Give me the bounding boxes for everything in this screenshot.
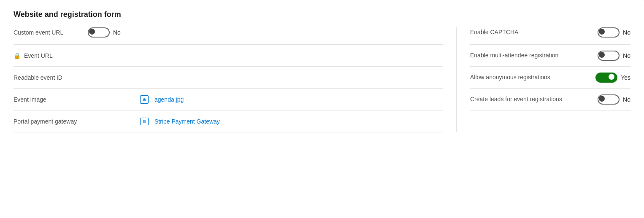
website-registration-card: Website and registration form Custom eve…	[0, 0, 644, 218]
left-column: Custom event URL No 🔒 Event URL	[14, 27, 457, 132]
custom-event-url-label: Custom event URL	[14, 29, 81, 36]
create-leads-toggle[interactable]	[598, 94, 620, 105]
enable-captcha-label: Enable CAPTCHA	[470, 28, 518, 37]
portal-payment-gateway-row: Portal payment gateway ⊟ Stripe Payment …	[14, 110, 443, 132]
gateway-icon: ⊟	[140, 118, 149, 125]
enable-multi-toggle[interactable]	[598, 51, 620, 61]
toggle-thumb	[599, 96, 605, 102]
event-image-label: Event image	[14, 96, 140, 103]
toggle-thumb	[609, 74, 614, 80]
event-image-value: ⊞ agenda.jpg	[140, 95, 443, 104]
custom-event-url-toggle-wrapper: No	[88, 27, 121, 38]
portal-payment-gateway-value: ⊟ Stripe Payment Gateway	[140, 118, 443, 125]
event-image-row: Event image ⊞ agenda.jpg	[14, 89, 443, 110]
enable-captcha-value: No	[623, 29, 630, 36]
create-leads-control: No	[598, 94, 630, 105]
columns-layout: Custom event URL No 🔒 Event URL	[14, 27, 630, 132]
readable-event-id-label: Readable event ID	[14, 74, 140, 81]
portal-payment-gateway-label: Portal payment gateway	[14, 118, 140, 125]
toggle-thumb	[599, 29, 605, 35]
enable-multi-control: No	[598, 51, 630, 61]
toggle-thumb	[599, 52, 605, 58]
custom-event-url-value: No	[113, 29, 121, 36]
allow-anonymous-toggle[interactable]	[595, 73, 617, 83]
card-title: Website and registration form	[14, 10, 630, 19]
right-column: Enable CAPTCHA No Enable multi-attendee …	[457, 27, 630, 132]
enable-multi-row: Enable multi-attendee registration No	[470, 45, 630, 67]
create-leads-label: Create leads for event registrations	[470, 95, 562, 104]
payment-gateway-link[interactable]: ⊟ Stripe Payment Gateway	[140, 118, 443, 125]
custom-event-url-toggle[interactable]	[88, 27, 110, 38]
custom-event-url-row: Custom event URL No	[14, 27, 443, 38]
allow-anonymous-row: Allow anonymous registrations Yes	[470, 67, 630, 89]
image-icon: ⊞	[140, 95, 149, 104]
event-url-label: 🔒 Event URL	[14, 52, 140, 59]
enable-captcha-row: Enable CAPTCHA No	[470, 27, 630, 44]
event-image-link[interactable]: ⊞ agenda.jpg	[140, 95, 443, 104]
enable-captcha-toggle[interactable]	[598, 27, 620, 38]
event-url-row: 🔒 Event URL	[14, 45, 443, 67]
enable-captcha-control: No	[598, 27, 630, 38]
allow-anonymous-value: Yes	[621, 74, 630, 81]
create-leads-row: Create leads for event registrations No	[470, 89, 630, 110]
create-leads-value: No	[623, 96, 630, 103]
allow-anonymous-label: Allow anonymous registrations	[470, 73, 550, 82]
readable-event-id-row: Readable event ID	[14, 67, 443, 89]
allow-anonymous-control: Yes	[595, 73, 630, 83]
lock-icon: 🔒	[14, 52, 21, 59]
enable-multi-value: No	[623, 52, 630, 59]
toggle-thumb	[89, 29, 95, 35]
enable-multi-label: Enable multi-attendee registration	[470, 51, 558, 60]
